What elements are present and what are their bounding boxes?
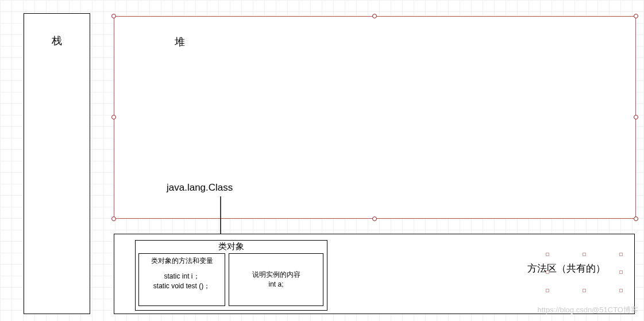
instance-desc-box[interactable]: 说明实例的内容 int a; <box>229 253 323 306</box>
instance-desc-title: 说明实例的内容 <box>252 270 300 280</box>
selection-handle[interactable] <box>546 270 549 274</box>
selection-handle[interactable] <box>583 253 586 256</box>
selection-handle[interactable] <box>619 270 623 274</box>
heap-label: 堆 <box>175 35 185 49</box>
stack-label: 栈 <box>24 34 90 48</box>
class-methods-vars-box[interactable]: 类对象的方法和变量 static int i； static void test… <box>138 253 225 306</box>
method-area-label: 方法区（共有的） <box>527 262 606 276</box>
watermark: https://blog.csdn@51CTO博客 <box>537 305 638 315</box>
selection-handle[interactable] <box>111 115 116 119</box>
selection-handle[interactable] <box>111 216 116 221</box>
selection-handle[interactable] <box>546 253 549 256</box>
selection-handle[interactable] <box>619 289 623 292</box>
selection-handle[interactable] <box>372 216 377 221</box>
selection-handle[interactable] <box>634 216 638 221</box>
selection-handle[interactable] <box>634 14 638 18</box>
selection-handle[interactable] <box>111 14 116 18</box>
class-methods-vars-code: static int i； static void test ()； <box>139 272 225 291</box>
class-methods-vars-title: 类对象的方法和变量 <box>139 256 225 266</box>
selection-handle[interactable] <box>546 289 549 292</box>
class-object-title: 类对象 <box>136 241 327 252</box>
selection-handle[interactable] <box>372 14 377 18</box>
selection-handle[interactable] <box>619 253 623 256</box>
instance-desc-code: int a; <box>268 280 283 289</box>
java-lang-class-label: java.lang.Class <box>167 182 233 194</box>
stack-box[interactable]: 栈 <box>24 13 90 314</box>
selection-handle[interactable] <box>583 289 586 292</box>
selection-handle[interactable] <box>634 115 638 119</box>
